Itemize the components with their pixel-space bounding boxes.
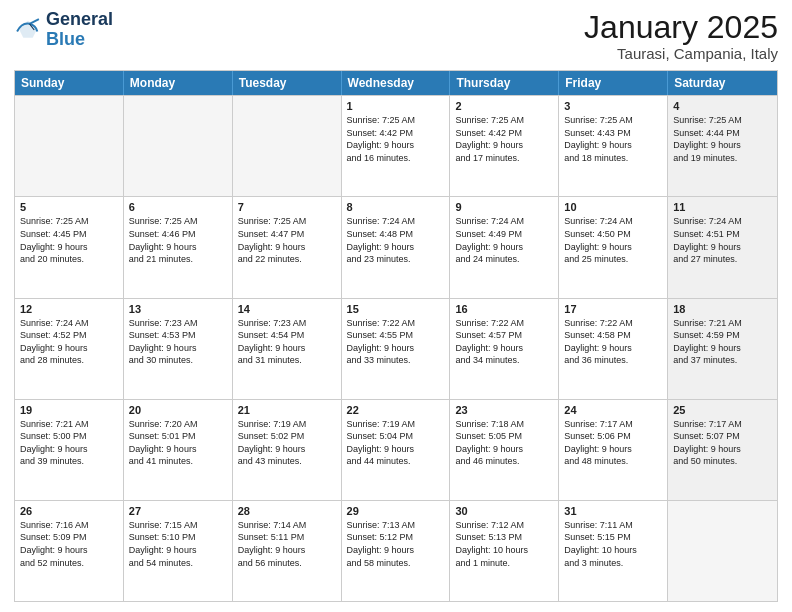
day-info: Sunrise: 7:22 AM Sunset: 4:57 PM Dayligh… [455,317,553,367]
cal-cell: 29Sunrise: 7:13 AM Sunset: 5:12 PM Dayli… [342,501,451,601]
cal-cell: 27Sunrise: 7:15 AM Sunset: 5:10 PM Dayli… [124,501,233,601]
logo: General Blue [14,10,113,50]
day-number: 29 [347,505,445,517]
week-row-2: 5Sunrise: 7:25 AM Sunset: 4:45 PM Daylig… [15,196,777,297]
day-number: 17 [564,303,662,315]
calendar-title: January 2025 [584,10,778,45]
logo-blue-text: Blue [46,29,85,49]
day-info: Sunrise: 7:25 AM Sunset: 4:47 PM Dayligh… [238,215,336,265]
day-info: Sunrise: 7:11 AM Sunset: 5:15 PM Dayligh… [564,519,662,569]
day-info: Sunrise: 7:24 AM Sunset: 4:52 PM Dayligh… [20,317,118,367]
day-number: 22 [347,404,445,416]
week-row-4: 19Sunrise: 7:21 AM Sunset: 5:00 PM Dayli… [15,399,777,500]
logo-general-text: General [46,9,113,29]
day-number: 8 [347,201,445,213]
weekday-header-friday: Friday [559,71,668,95]
cal-cell [668,501,777,601]
cal-cell: 15Sunrise: 7:22 AM Sunset: 4:55 PM Dayli… [342,299,451,399]
title-block: January 2025 Taurasi, Campania, Italy [584,10,778,62]
page: General Blue January 2025 Taurasi, Campa… [0,0,792,612]
cal-cell: 21Sunrise: 7:19 AM Sunset: 5:02 PM Dayli… [233,400,342,500]
day-number: 26 [20,505,118,517]
day-info: Sunrise: 7:22 AM Sunset: 4:55 PM Dayligh… [347,317,445,367]
cal-cell: 25Sunrise: 7:17 AM Sunset: 5:07 PM Dayli… [668,400,777,500]
day-info: Sunrise: 7:19 AM Sunset: 5:04 PM Dayligh… [347,418,445,468]
day-info: Sunrise: 7:25 AM Sunset: 4:42 PM Dayligh… [347,114,445,164]
day-number: 13 [129,303,227,315]
day-info: Sunrise: 7:12 AM Sunset: 5:13 PM Dayligh… [455,519,553,569]
cal-cell: 26Sunrise: 7:16 AM Sunset: 5:09 PM Dayli… [15,501,124,601]
day-info: Sunrise: 7:16 AM Sunset: 5:09 PM Dayligh… [20,519,118,569]
day-number: 16 [455,303,553,315]
cal-cell: 22Sunrise: 7:19 AM Sunset: 5:04 PM Dayli… [342,400,451,500]
day-info: Sunrise: 7:25 AM Sunset: 4:46 PM Dayligh… [129,215,227,265]
day-number: 10 [564,201,662,213]
cal-cell [233,96,342,196]
cal-cell: 14Sunrise: 7:23 AM Sunset: 4:54 PM Dayli… [233,299,342,399]
weekday-header-tuesday: Tuesday [233,71,342,95]
day-number: 9 [455,201,553,213]
cal-cell: 2Sunrise: 7:25 AM Sunset: 4:42 PM Daylig… [450,96,559,196]
week-row-3: 12Sunrise: 7:24 AM Sunset: 4:52 PM Dayli… [15,298,777,399]
day-number: 25 [673,404,772,416]
day-info: Sunrise: 7:25 AM Sunset: 4:43 PM Dayligh… [564,114,662,164]
day-info: Sunrise: 7:17 AM Sunset: 5:07 PM Dayligh… [673,418,772,468]
day-info: Sunrise: 7:24 AM Sunset: 4:50 PM Dayligh… [564,215,662,265]
cal-cell: 23Sunrise: 7:18 AM Sunset: 5:05 PM Dayli… [450,400,559,500]
cal-cell: 28Sunrise: 7:14 AM Sunset: 5:11 PM Dayli… [233,501,342,601]
day-number: 19 [20,404,118,416]
day-info: Sunrise: 7:24 AM Sunset: 4:49 PM Dayligh… [455,215,553,265]
day-number: 27 [129,505,227,517]
cal-cell [15,96,124,196]
day-number: 28 [238,505,336,517]
day-info: Sunrise: 7:23 AM Sunset: 4:54 PM Dayligh… [238,317,336,367]
calendar: SundayMondayTuesdayWednesdayThursdayFrid… [14,70,778,602]
day-number: 20 [129,404,227,416]
weekday-header-thursday: Thursday [450,71,559,95]
day-info: Sunrise: 7:19 AM Sunset: 5:02 PM Dayligh… [238,418,336,468]
day-number: 21 [238,404,336,416]
cal-cell: 7Sunrise: 7:25 AM Sunset: 4:47 PM Daylig… [233,197,342,297]
day-info: Sunrise: 7:25 AM Sunset: 4:45 PM Dayligh… [20,215,118,265]
day-number: 24 [564,404,662,416]
day-number: 2 [455,100,553,112]
cal-cell [124,96,233,196]
cal-cell: 9Sunrise: 7:24 AM Sunset: 4:49 PM Daylig… [450,197,559,297]
cal-cell: 12Sunrise: 7:24 AM Sunset: 4:52 PM Dayli… [15,299,124,399]
day-info: Sunrise: 7:14 AM Sunset: 5:11 PM Dayligh… [238,519,336,569]
calendar-subtitle: Taurasi, Campania, Italy [584,45,778,62]
cal-cell: 20Sunrise: 7:20 AM Sunset: 5:01 PM Dayli… [124,400,233,500]
day-number: 23 [455,404,553,416]
cal-cell: 24Sunrise: 7:17 AM Sunset: 5:06 PM Dayli… [559,400,668,500]
weekday-header-monday: Monday [124,71,233,95]
day-number: 18 [673,303,772,315]
cal-cell: 4Sunrise: 7:25 AM Sunset: 4:44 PM Daylig… [668,96,777,196]
cal-cell: 3Sunrise: 7:25 AM Sunset: 4:43 PM Daylig… [559,96,668,196]
day-number: 15 [347,303,445,315]
day-number: 30 [455,505,553,517]
day-info: Sunrise: 7:20 AM Sunset: 5:01 PM Dayligh… [129,418,227,468]
calendar-body: 1Sunrise: 7:25 AM Sunset: 4:42 PM Daylig… [15,95,777,601]
day-info: Sunrise: 7:21 AM Sunset: 5:00 PM Dayligh… [20,418,118,468]
calendar-header-row: SundayMondayTuesdayWednesdayThursdayFrid… [15,71,777,95]
day-info: Sunrise: 7:18 AM Sunset: 5:05 PM Dayligh… [455,418,553,468]
cal-cell: 31Sunrise: 7:11 AM Sunset: 5:15 PM Dayli… [559,501,668,601]
week-row-5: 26Sunrise: 7:16 AM Sunset: 5:09 PM Dayli… [15,500,777,601]
day-info: Sunrise: 7:13 AM Sunset: 5:12 PM Dayligh… [347,519,445,569]
cal-cell: 6Sunrise: 7:25 AM Sunset: 4:46 PM Daylig… [124,197,233,297]
day-info: Sunrise: 7:22 AM Sunset: 4:58 PM Dayligh… [564,317,662,367]
cal-cell: 1Sunrise: 7:25 AM Sunset: 4:42 PM Daylig… [342,96,451,196]
day-info: Sunrise: 7:25 AM Sunset: 4:42 PM Dayligh… [455,114,553,164]
cal-cell: 16Sunrise: 7:22 AM Sunset: 4:57 PM Dayli… [450,299,559,399]
logo-text: General Blue [46,10,113,50]
day-info: Sunrise: 7:24 AM Sunset: 4:51 PM Dayligh… [673,215,772,265]
day-number: 5 [20,201,118,213]
day-info: Sunrise: 7:25 AM Sunset: 4:44 PM Dayligh… [673,114,772,164]
cal-cell: 10Sunrise: 7:24 AM Sunset: 4:50 PM Dayli… [559,197,668,297]
weekday-header-wednesday: Wednesday [342,71,451,95]
cal-cell: 11Sunrise: 7:24 AM Sunset: 4:51 PM Dayli… [668,197,777,297]
day-number: 1 [347,100,445,112]
day-number: 7 [238,201,336,213]
weekday-header-saturday: Saturday [668,71,777,95]
header: General Blue January 2025 Taurasi, Campa… [14,10,778,62]
